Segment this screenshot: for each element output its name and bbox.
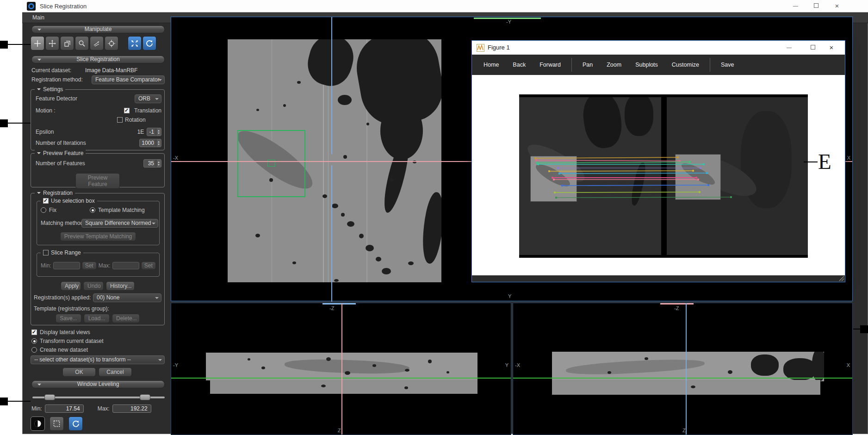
feature-detector-select[interactable]: ORB <box>135 94 161 103</box>
app-title: Slice Registration <box>40 3 87 10</box>
slice-max-set-button[interactable]: Set <box>141 261 156 270</box>
figure-titlebar[interactable]: Figure 1 × <box>472 41 845 55</box>
lateral-green-line[interactable] <box>513 378 852 379</box>
slice-min-label: Min: <box>41 262 51 269</box>
settings-legend[interactable]: Settings <box>35 86 65 93</box>
figure-forward-button[interactable]: Forward <box>533 62 568 68</box>
axis-label-main-left: -X <box>173 155 178 161</box>
menu-main[interactable]: Main <box>32 14 44 21</box>
axis-label-bl-bottom: Z <box>338 428 341 433</box>
load-button[interactable]: Load... <box>84 314 110 323</box>
num-features-spinner[interactable]: 35 ▲▼ <box>143 159 161 168</box>
slice-indicator-salmon[interactable] <box>660 303 694 304</box>
figure-minimize-button[interactable] <box>782 42 796 54</box>
slice-registration-header[interactable]: Slice Registration <box>31 56 165 63</box>
crosshair-icon <box>34 40 41 47</box>
axis-label-br-top: -Z <box>674 305 679 311</box>
fix-radio[interactable] <box>41 207 46 213</box>
figure-close-button[interactable]: × <box>825 42 838 54</box>
rotate-slice-tool-button[interactable] <box>90 36 104 50</box>
other-dataset-select[interactable]: -- select other dataset(s) to transform … <box>31 355 165 364</box>
slices-tool-button[interactable] <box>60 36 74 50</box>
template-matching-radio[interactable] <box>90 207 95 213</box>
target-tool-button[interactable] <box>105 36 118 50</box>
maximize-button[interactable] <box>809 0 823 12</box>
close-button[interactable]: × <box>830 0 844 12</box>
iterations-label: Number of Iterations <box>36 140 86 146</box>
figure-subplots-button[interactable]: Subplots <box>628 62 665 68</box>
create-new-dataset-radio[interactable] <box>31 347 37 353</box>
fix-label: Fix <box>49 207 56 213</box>
minimize-button[interactable] <box>788 0 802 12</box>
undo-button[interactable]: Undo <box>83 281 104 291</box>
registrations-applied-select[interactable]: 00) None <box>93 293 161 302</box>
sidebar-panel: Manipulate <box>28 25 167 434</box>
slider-min-handle[interactable] <box>44 394 55 400</box>
figure-zoom-button[interactable]: Zoom <box>600 62 628 68</box>
zoom-tool-button[interactable] <box>75 36 89 50</box>
lateral-green-line[interactable] <box>171 378 511 379</box>
delete-button[interactable]: Delete... <box>112 314 140 323</box>
figure-customize-button[interactable]: Customize <box>665 62 706 68</box>
figure-maximize-button[interactable] <box>806 42 820 54</box>
iterations-spinner[interactable]: 1000 ▲▼ <box>139 139 161 147</box>
preview-feature-button[interactable]: Preview Feature <box>75 173 120 189</box>
rotate-slice-icon <box>93 40 100 47</box>
contrast-button[interactable] <box>31 416 45 431</box>
crosshair-vertical[interactable] <box>331 17 332 154</box>
slider-track[interactable] <box>32 397 165 398</box>
transform-current-dataset-radio[interactable] <box>31 338 37 344</box>
reset-view-button[interactable] <box>143 36 156 50</box>
wl-reset-button[interactable] <box>68 416 83 431</box>
axis-label-main-top: -Y <box>506 19 511 25</box>
crosshair-vertical[interactable] <box>331 165 332 302</box>
rotation-checkbox[interactable] <box>117 117 123 123</box>
slider-max-handle[interactable] <box>140 394 150 400</box>
figure-pan-button[interactable]: Pan <box>576 62 600 68</box>
marquee-button[interactable] <box>50 416 64 431</box>
slice-indicator-blue[interactable] <box>322 303 356 304</box>
figure-save-button[interactable]: Save <box>714 62 741 68</box>
figure-back-button[interactable]: Back <box>506 62 533 68</box>
apply-button[interactable]: Apply <box>61 281 81 291</box>
target-icon <box>108 40 115 47</box>
wl-max-input[interactable]: 192.22 <box>112 404 151 413</box>
display-lateral-views-checkbox[interactable] <box>31 329 37 335</box>
annotation-line-e <box>804 162 818 162</box>
wl-min-input[interactable]: 17.54 <box>45 404 84 413</box>
figure-home-button[interactable]: Home <box>477 62 506 68</box>
slice-max-input[interactable] <box>112 262 139 269</box>
registration-method-select[interactable]: Feature Base Comparator <box>92 75 165 84</box>
use-selection-box-checkbox[interactable] <box>43 198 49 204</box>
resize-grip-icon[interactable] <box>839 276 844 281</box>
figure-canvas[interactable] <box>472 75 845 275</box>
crosshair-vertical-blue[interactable] <box>686 303 687 435</box>
lateral-view-right[interactable]: -Z Z -X X <box>513 303 853 435</box>
translation-checkbox[interactable] <box>124 108 130 113</box>
spinner-arrows-icon[interactable]: ▲▼ <box>156 160 161 167</box>
window-leveling-header[interactable]: Window Leveling <box>31 380 165 388</box>
lateral-view-left[interactable]: -Z Z -Y Y <box>171 303 511 435</box>
reset-rotation-icon <box>72 420 80 428</box>
preview-feature-legend[interactable]: Preview Feature <box>35 150 86 156</box>
slice-range-checkbox[interactable] <box>43 250 49 255</box>
matching-method-select[interactable]: Square Difference Normed <box>81 219 158 228</box>
slice-min-set-button[interactable]: Set <box>82 261 97 270</box>
cancel-button[interactable]: Cancel <box>99 367 132 377</box>
crosshair-tool-button[interactable] <box>31 36 44 50</box>
ok-button[interactable]: OK <box>62 367 96 377</box>
axis-label-bl-left: -Y <box>173 362 178 368</box>
display-lateral-views-label: Display lateral views <box>40 329 90 336</box>
slice-min-input[interactable] <box>53 262 80 269</box>
crosshair-vertical-red[interactable] <box>341 303 342 435</box>
spinner-arrows-icon[interactable]: ▲▼ <box>156 139 161 147</box>
manipulate-header[interactable]: Manipulate <box>31 25 165 33</box>
spinner-arrows-icon[interactable]: ▲▼ <box>156 128 161 136</box>
save-button[interactable]: Save... <box>56 314 81 323</box>
fit-view-button[interactable] <box>128 36 142 50</box>
pan-tool-button[interactable] <box>45 36 59 50</box>
epsilon-exponent-spinner[interactable]: -1 ▲▼ <box>147 128 161 136</box>
preview-template-matching-button[interactable]: Preview Template Matching <box>60 232 136 241</box>
registration-legend[interactable]: Registration <box>35 190 75 196</box>
history-button[interactable]: History... <box>106 281 135 291</box>
